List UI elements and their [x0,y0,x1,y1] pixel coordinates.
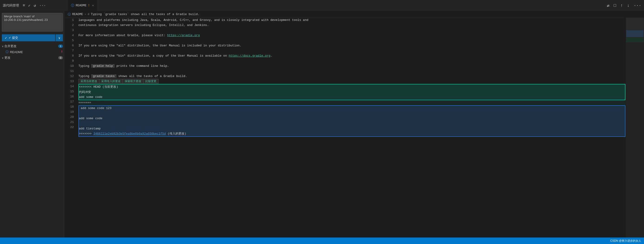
incoming-conflict-block: add some code 123 add some code add ties… [78,105,626,137]
commit-dropdown-button[interactable]: ∨ [56,34,63,41]
check-icon[interactable]: ✓ [28,3,31,8]
code-line-22 [78,137,626,142]
more-actions-icon[interactable]: ··· [634,3,641,8]
current-conflict-block: <<<<<<< HEAD (当前更改) 代码冲突 add some code [78,84,626,100]
conflict-action-bar: 采用当前更改 采用传入的更改 保留双方更改 比较变更 [78,79,158,84]
code-line-21: >>>>>>> 3466221e2eb92b3e5fea9be0b0a92a65… [79,131,625,136]
readme-tab[interactable]: ⓘ README ! ✕ [68,0,97,11]
editor-area: ⓘ README › # Typing `gradle tasks` shows… [65,11,644,238]
compare-changes-btn[interactable]: 比较变更 [144,79,158,83]
ln-3: 3 [65,28,74,33]
commit-message-input[interactable]: Merge branch 'main' of 10.200.9.131:yanz… [2,13,63,31]
merge-badge: 1 [58,44,63,48]
ln-17: 17 [65,99,74,104]
ln-21: 21 [65,120,74,125]
split-editor-icon[interactable]: ⇄ [607,3,610,8]
code-line-5: If you are using the "all" distribution,… [78,43,626,48]
tab-label: README [76,4,86,7]
sidebar: Merge branch 'main' of 10.200.9.131:yanz… [0,11,65,238]
ln-4: 4 [65,33,74,38]
ln-2: 2 [65,23,74,28]
ln-5: 5 [65,38,74,43]
tab-bar: ⓘ README ! ✕ [68,0,607,11]
ln-19: 19 [65,109,74,115]
changes-chevron-icon: ∨ [2,57,4,59]
commit-checkmark-icon: ✓ [5,36,7,40]
code-line-2 [78,28,626,33]
ln-14: 14 [65,84,74,89]
status-bar: CSDN @努力进步的女人 [0,238,644,244]
top-bar-right-icons: ⇄ □ ↑ ↓ ··· [607,3,641,8]
code-line-9: Typing `gradle help` prints the command … [78,63,626,69]
code-line-7: If you are using the "bin" distribution,… [78,53,626,58]
code-lines: languages and platforms including Java, … [76,18,626,238]
readme-file-name: README [10,50,23,54]
ln-15: 15 [65,89,74,94]
readme-conflict-badge: ! [61,50,63,54]
breadcrumb-info-icon: ⓘ [68,12,71,16]
move-up-icon[interactable]: ↑ [620,3,623,8]
ln-22: 22 [65,125,74,130]
code-line-1: languages and platforms including Java, … [78,18,626,28]
ln-7: 7 [65,48,74,53]
breadcrumb-readme: README [72,12,83,16]
code-line-12: <<<<<<< HEAD (当前更改) [79,84,625,89]
code-content: 1 2 3 4 5 6 7 8 9 10 11 12 13 14 15 16 1 [65,18,644,238]
ln-20: 20 [65,115,74,120]
main-area: Merge branch 'main' of 10.200.9.131:yanz… [0,11,644,238]
ln-11: 11 [65,69,74,74]
ln-16: 16 [65,94,74,99]
menu-icon[interactable]: ≡ [23,3,25,8]
code-line-15: ======= [78,100,626,105]
merge-section-label: 合并更改 [4,44,16,48]
breadcrumb-heading: Typing `gradle tasks` shows all the task… [91,12,199,16]
ln-9: 9 [65,58,74,63]
sidebar-header: 源代码管理 ≡ ✓ ↺ ··· [3,3,68,8]
code-line-18: add some code [79,116,625,121]
gradle-link: https://gradle.org [167,34,200,37]
accept-incoming-btn[interactable]: 采用传入的更改 [99,79,123,83]
commit-button[interactable]: ✓ ✓ 提交 [2,34,55,41]
layout-icon[interactable]: □ [614,3,616,8]
readme-info-icon: ⓘ [6,50,8,54]
tab-close-button[interactable]: ✕ [92,4,94,7]
commit-label: ✓ 提交 [8,36,18,40]
ln-8: 8 [65,53,74,58]
tab-warning-icon: ! [88,4,90,7]
keep-both-btn[interactable]: 保留双方更改 [123,79,144,83]
conflict-actions-container: 采用当前更改 采用传入的更改 保留双方更改 比较变更 [78,79,626,84]
code-line-14: add some code [79,95,625,100]
ln-13: 13 [65,79,74,84]
breadcrumb-sep1: › [84,12,86,16]
code-line-8 [78,58,626,63]
readme-file-item[interactable]: ⓘ README ! [0,49,65,55]
source-control-title: 源代码管理 [3,3,19,8]
more-icon[interactable]: ··· [39,3,46,8]
code-line-6 [78,48,626,53]
changes-section-label: 更改 [4,56,10,60]
docs-gradle-link: https://docs.gradle.org [229,54,270,57]
changes-section-header[interactable]: ∨ 更改 0 [0,55,65,61]
code-line-17 [79,111,625,116]
move-down-icon[interactable]: ↓ [627,3,630,8]
code-line-10 [78,69,626,74]
breadcrumb-bar: ⓘ README › # Typing `gradle tasks` shows… [65,11,644,18]
refresh-icon[interactable]: ↺ [34,3,36,8]
changes-badge: 0 [58,56,63,59]
code-line-20: add tiestamp [79,126,625,131]
minimap [626,18,644,238]
code-line-19 [79,121,625,126]
accept-current-btn[interactable]: 采用当前更改 [79,79,99,83]
status-bar-text: CSDN @努力进步的女人 [610,239,641,243]
ln-1: 1 [65,18,74,23]
code-editor[interactable]: 1 2 3 4 5 6 7 8 9 10 11 12 13 14 15 16 1 [65,18,644,238]
line-numbers: 1 2 3 4 5 6 7 8 9 10 11 12 13 14 15 16 1 [65,18,76,238]
tab-info-icon: ⓘ [71,3,74,8]
breadcrumb-hash: # [88,12,90,16]
commit-btn-row: ✓ ✓ 提交 ∨ [2,34,63,41]
code-line-3: For more information about Gradle, pleas… [78,33,626,38]
ln-10: 10 [65,63,74,69]
ln-6: 6 [65,43,74,48]
code-line-13: 代码冲突 [79,89,625,95]
merge-changes-section-header[interactable]: ∨ 合并更改 1 [0,43,65,49]
